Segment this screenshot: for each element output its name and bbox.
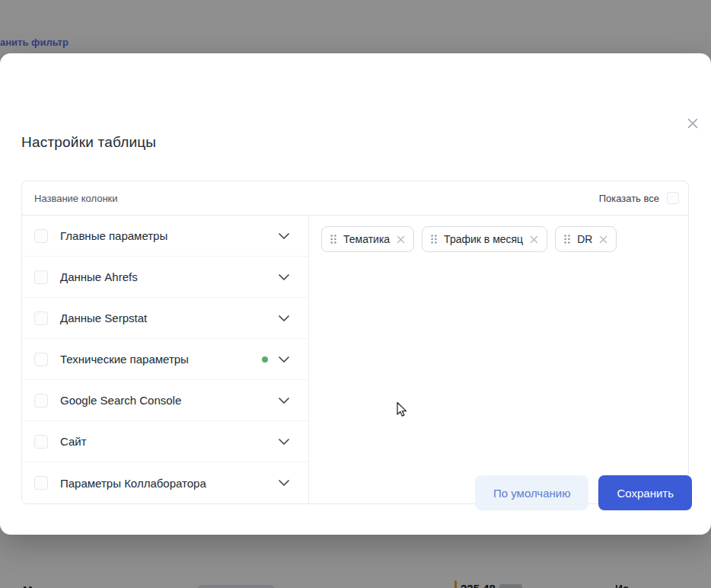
column-chip[interactable]: Трафик в месяц xyxy=(422,226,547,252)
drag-handle-icon[interactable] xyxy=(431,235,437,244)
chevron-down-icon[interactable] xyxy=(279,398,289,404)
chip-label: Тематика xyxy=(343,233,390,245)
group-label: Сайт xyxy=(60,435,279,448)
column-chip[interactable]: DR xyxy=(555,226,617,252)
save-button[interactable]: Сохранить xyxy=(598,475,692,510)
group-label: Google Search Console xyxy=(60,394,279,407)
selected-columns-area: Тематика Трафик в месяц xyxy=(309,216,688,503)
chevron-down-icon[interactable] xyxy=(279,274,289,280)
chip-label: DR xyxy=(577,233,592,245)
group-row[interactable]: Данные Serpstat xyxy=(22,298,308,339)
group-checkbox[interactable] xyxy=(34,394,48,407)
group-checkbox[interactable] xyxy=(34,229,48,243)
column-name-heading: Название колонки xyxy=(34,193,118,204)
default-button[interactable]: По умолчанию xyxy=(475,475,588,510)
chevron-down-icon[interactable] xyxy=(279,439,289,445)
group-checkbox[interactable] xyxy=(34,312,48,325)
group-row[interactable]: Параметры Коллабораторa xyxy=(22,462,308,503)
table-settings-modal: Настройки таблицы Название колонки Показ… xyxy=(0,53,711,535)
chevron-down-icon[interactable] xyxy=(279,315,289,321)
drag-handle-icon[interactable] xyxy=(564,235,570,244)
modal-title: Настройки таблицы xyxy=(21,134,156,151)
chip-close-icon[interactable] xyxy=(397,235,405,244)
group-label: Технические параметры xyxy=(60,353,262,366)
group-checkbox[interactable] xyxy=(34,270,48,284)
active-dot xyxy=(262,356,268,363)
chip-close-icon[interactable] xyxy=(530,235,538,244)
group-row[interactable]: Технические параметры xyxy=(22,339,308,380)
group-checkbox[interactable] xyxy=(34,435,48,449)
chip-close-icon[interactable] xyxy=(599,235,607,244)
drag-handle-icon[interactable] xyxy=(330,235,336,244)
chevron-down-icon[interactable] xyxy=(279,480,289,486)
group-label: Данные Serpstat xyxy=(60,312,279,324)
column-groups-list: Главные параметры Данные Ahrefs Данные S… xyxy=(22,216,309,503)
show-all-toggle[interactable]: Показать все xyxy=(599,192,679,204)
group-row[interactable]: Данные Ahrefs xyxy=(22,257,308,298)
group-row[interactable]: Google Search Console xyxy=(22,380,308,421)
group-checkbox[interactable] xyxy=(34,353,48,366)
chip-label: Трафик в месяц xyxy=(444,233,523,245)
close-icon[interactable] xyxy=(682,113,703,134)
group-label: Параметры Коллабораторa xyxy=(60,477,279,490)
columns-panel: Название колонки Показать все Главные па… xyxy=(21,181,689,504)
panel-body: Главные параметры Данные Ahrefs Данные S… xyxy=(22,216,688,503)
panel-header: Название колонки Показать все xyxy=(22,181,688,216)
chevron-down-icon[interactable] xyxy=(279,233,289,239)
column-chip[interactable]: Тематика xyxy=(321,226,414,252)
show-all-label: Показать все xyxy=(599,193,659,204)
chevron-down-icon[interactable] xyxy=(279,356,289,363)
group-row[interactable]: Сайт xyxy=(22,421,308,462)
group-checkbox[interactable] xyxy=(34,476,48,490)
modal-footer: По умолчанию Сохранить xyxy=(475,475,692,510)
show-all-checkbox[interactable] xyxy=(667,192,679,204)
group-label: Главные параметры xyxy=(60,229,279,242)
group-row[interactable]: Главные параметры xyxy=(22,216,308,257)
group-label: Данные Ahrefs xyxy=(60,270,279,283)
